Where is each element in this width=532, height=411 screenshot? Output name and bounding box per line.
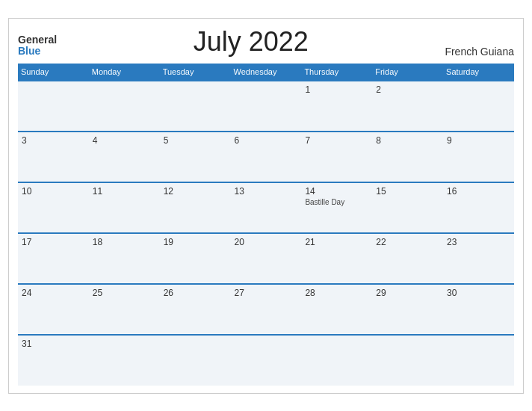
calendar-cell: 24: [18, 284, 89, 335]
weekday-header-thursday: Thursday: [301, 64, 372, 81]
calendar-cell: 5: [160, 132, 231, 182]
calendar-cell: 18: [89, 233, 160, 284]
event-label: Bastille Day: [305, 198, 368, 206]
calendar-cell: [89, 335, 160, 386]
calendar-cell: 2: [372, 81, 443, 132]
weekday-header-friday: Friday: [372, 64, 443, 81]
day-number: 23: [447, 237, 510, 247]
day-number: 8: [376, 135, 439, 146]
week-row-1: 12: [18, 81, 514, 132]
week-row-4: 17181920212223: [18, 233, 514, 284]
calendar-cell: [18, 81, 89, 132]
calendar-cell: 17: [18, 233, 89, 284]
week-row-2: 3456789: [18, 132, 514, 182]
calendar-cell: 16: [443, 182, 514, 233]
calendar-cell: [89, 81, 160, 132]
logo: General Blue: [18, 34, 57, 58]
logo-blue-text: Blue: [18, 46, 57, 57]
calendar-cell: [443, 335, 514, 386]
day-number: 19: [164, 237, 227, 247]
calendar-cell: 13: [231, 182, 302, 233]
weekday-header-sunday: Sunday: [18, 64, 89, 81]
week-row-5: 24252627282930: [18, 284, 514, 335]
calendar-cell: [160, 335, 231, 386]
calendar-cell: 7: [301, 132, 372, 182]
calendar-cell: 22: [372, 233, 443, 284]
calendar-cell: [372, 335, 443, 386]
calendar-cell: 20: [231, 233, 302, 284]
calendar-grid: SundayMondayTuesdayWednesdayThursdayFrid…: [18, 64, 514, 386]
weekday-header-wednesday: Wednesday: [231, 64, 302, 81]
day-number: 30: [447, 288, 510, 298]
calendar-cell: 12: [160, 182, 231, 233]
day-number: 29: [376, 288, 439, 298]
calendar-cell: 31: [18, 335, 89, 386]
day-number: 26: [164, 288, 227, 298]
day-number: 22: [376, 237, 439, 247]
calendar-cell: 23: [443, 233, 514, 284]
weekday-header-tuesday: Tuesday: [160, 64, 231, 81]
calendar-cell: 1: [301, 81, 372, 132]
week-row-6: 31: [18, 335, 514, 386]
calendar-cell: [231, 81, 302, 132]
calendar-cell: 29: [372, 284, 443, 335]
calendar-cell: 11: [89, 182, 160, 233]
calendar-cell: 4: [89, 132, 160, 182]
calendar-header: General Blue July 2022 French Guiana: [18, 26, 514, 58]
weekday-header-monday: Monday: [89, 64, 160, 81]
day-number: 1: [305, 84, 368, 95]
calendar-cell: [231, 335, 302, 386]
calendar-title: July 2022: [194, 26, 309, 58]
calendar-cell: 26: [160, 284, 231, 335]
calendar-cell: 19: [160, 233, 231, 284]
day-number: 17: [22, 237, 85, 247]
calendar-cell: 6: [231, 132, 302, 182]
calendar-cell: 25: [89, 284, 160, 335]
week-row-3: 1011121314Bastille Day1516: [18, 182, 514, 233]
day-number: 12: [164, 186, 227, 197]
day-number: 2: [376, 84, 439, 95]
calendar-cell: 28: [301, 284, 372, 335]
day-number: 7: [305, 135, 368, 146]
day-number: 4: [93, 135, 156, 146]
day-number: 18: [93, 237, 156, 247]
day-number: 14: [305, 186, 368, 197]
region-label: French Guiana: [445, 46, 514, 58]
day-number: 6: [235, 135, 298, 146]
day-number: 25: [93, 288, 156, 298]
calendar-cell: 9: [443, 132, 514, 182]
day-number: 3: [22, 135, 85, 146]
day-number: 11: [93, 186, 156, 197]
calendar-cell: 3: [18, 132, 89, 182]
calendar-cell: 14Bastille Day: [301, 182, 372, 233]
calendar-cell: 21: [301, 233, 372, 284]
day-number: 24: [22, 288, 85, 298]
calendar-container: General Blue July 2022 French Guiana Sun…: [8, 18, 524, 394]
day-number: 9: [447, 135, 510, 146]
calendar-cell: 15: [372, 182, 443, 233]
day-number: 28: [305, 288, 368, 298]
day-number: 31: [22, 339, 85, 349]
day-number: 15: [376, 186, 439, 197]
day-number: 20: [235, 237, 298, 247]
calendar-cell: [301, 335, 372, 386]
calendar-cell: 8: [372, 132, 443, 182]
day-number: 10: [22, 186, 85, 197]
calendar-cell: [443, 81, 514, 132]
day-number: 27: [235, 288, 298, 298]
logo-general-text: General: [18, 34, 57, 46]
day-number: 13: [235, 186, 298, 197]
calendar-cell: 30: [443, 284, 514, 335]
day-number: 5: [164, 135, 227, 146]
day-number: 21: [305, 237, 368, 247]
calendar-cell: 27: [231, 284, 302, 335]
day-number: 16: [447, 186, 510, 197]
calendar-cell: 10: [18, 182, 89, 233]
weekday-header-saturday: Saturday: [443, 64, 514, 81]
weekday-header-row: SundayMondayTuesdayWednesdayThursdayFrid…: [18, 64, 514, 81]
calendar-cell: [160, 81, 231, 132]
